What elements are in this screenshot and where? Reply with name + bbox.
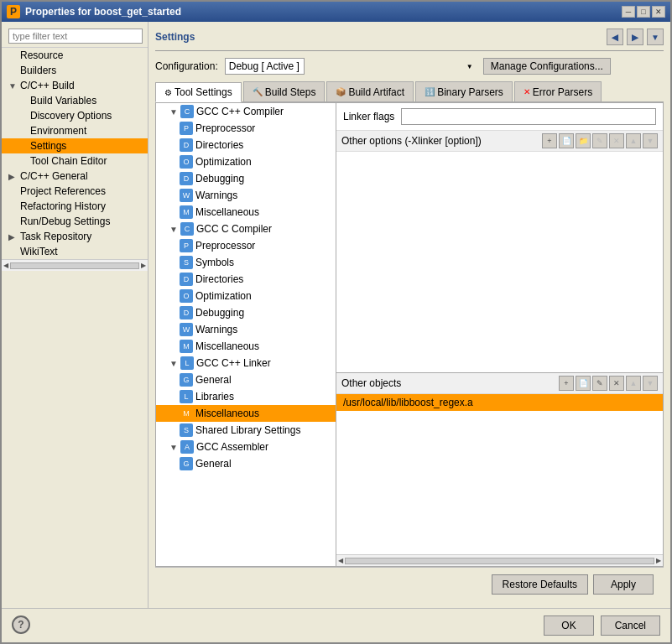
arrow-gcc-c: ▼ xyxy=(169,225,178,234)
sidebar-scrollbar[interactable]: ◀ ▶ xyxy=(2,259,148,271)
tool-item-debugging-cpp[interactable]: D Debugging xyxy=(156,170,336,187)
warnings-c-icon: W xyxy=(180,323,193,336)
linker-flags-row: Linker flags xyxy=(336,103,663,131)
objects-add-button[interactable]: + xyxy=(559,376,574,391)
objects-hscrollbar[interactable]: ◀ ▶ xyxy=(336,554,663,566)
tool-item-gcc-c-compiler[interactable]: ▼ C GCC C Compiler xyxy=(156,221,336,237)
general-assembler-icon: G xyxy=(180,457,193,470)
options-add-button[interactable]: + xyxy=(542,133,557,148)
hscroll-right-arrow[interactable]: ▶ xyxy=(656,557,661,564)
sidebar-item-run-debug[interactable]: Run/Debug Settings xyxy=(2,214,148,229)
tool-item-gcc-cpp-compiler[interactable]: ▼ C GCC C++ Compiler xyxy=(156,103,336,120)
forward-button[interactable]: ▶ xyxy=(627,29,643,45)
title-bar-controls: ─ □ ✕ xyxy=(622,6,665,18)
objects-down-button[interactable]: ▼ xyxy=(643,376,658,391)
menu-button[interactable]: ▼ xyxy=(647,29,664,45)
tab-build-artifact[interactable]: 📦 Build Artifact xyxy=(326,81,414,101)
tool-label-gcc-cpp: GCC C++ Compiler xyxy=(196,106,284,117)
sidebar-item-environment[interactable]: Environment xyxy=(2,123,148,138)
tool-item-general-linker[interactable]: G General xyxy=(156,371,336,388)
objects-delete-button[interactable]: ✕ xyxy=(609,376,624,391)
tool-item-miscellaneous-cpp[interactable]: M Miscellaneous xyxy=(156,204,336,221)
sidebar-item-tool-chain-editor[interactable]: Tool Chain Editor xyxy=(2,153,148,169)
sidebar-item-ccpp-general[interactable]: ▶C/C++ General xyxy=(2,169,148,184)
tool-label-directories-c: Directories xyxy=(195,273,243,285)
cancel-button[interactable]: Cancel xyxy=(601,615,660,636)
sidebar-item-task-repo[interactable]: ▶Task Repository xyxy=(2,229,148,244)
options-up-button[interactable]: ▲ xyxy=(626,133,641,148)
object-item-libboost[interactable]: /usr/local/lib/libboost_regex.a xyxy=(336,394,663,411)
manage-configurations-button[interactable]: Manage Configurations... xyxy=(483,58,611,75)
other-objects-header: Other objects + 📄 ✎ ✕ ▲ ▼ xyxy=(336,373,663,394)
sidebar-item-settings[interactable]: Settings xyxy=(2,138,148,153)
tool-item-debugging-c[interactable]: D Debugging xyxy=(156,304,336,321)
tool-item-preprocessor-c[interactable]: P Preprocessor xyxy=(156,237,336,254)
back-button[interactable]: ◀ xyxy=(607,29,623,45)
tool-item-gcc-cpp-linker[interactable]: ▼ L GCC C++ Linker xyxy=(156,355,336,371)
tool-item-warnings-c[interactable]: W Warnings xyxy=(156,321,336,338)
objects-edit-button[interactable]: ✎ xyxy=(592,376,607,391)
tool-item-gcc-assembler[interactable]: ▼ A GCC Assembler xyxy=(156,439,336,455)
tool-item-general-assembler[interactable]: G General xyxy=(156,455,336,472)
tool-item-shared-library-settings[interactable]: S Shared Library Settings xyxy=(156,422,336,439)
sidebar-item-refactoring-history[interactable]: Refactoring History xyxy=(2,199,148,214)
tool-label-preprocessor-c: Preprocessor xyxy=(195,240,255,252)
sidebar-item-builders[interactable]: Builders xyxy=(2,63,148,78)
sidebar-scroll-track[interactable] xyxy=(10,262,139,269)
options-add-file-button[interactable]: 📄 xyxy=(559,133,574,148)
options-add-folder-button[interactable]: 📁 xyxy=(576,133,591,148)
debugging-c-icon: D xyxy=(180,306,193,319)
tool-item-preprocessor-cpp[interactable]: P Preprocessor xyxy=(156,120,336,137)
other-objects-content: /usr/local/lib/libboost_regex.a xyxy=(336,394,663,554)
tool-item-optimization-cpp[interactable]: O Optimization xyxy=(156,153,336,170)
sidebar-item-resource[interactable]: Resource xyxy=(2,48,148,63)
tool-item-warnings-cpp[interactable]: W Warnings xyxy=(156,187,336,204)
ok-button[interactable]: OK xyxy=(544,615,593,636)
options-delete-button[interactable]: ✕ xyxy=(609,133,624,148)
config-select[interactable]: Debug [ Active ] xyxy=(225,58,305,75)
arrow-task-repo: ▶ xyxy=(8,232,17,242)
sidebar-scroll-left[interactable]: ◀ xyxy=(3,262,8,269)
tool-label-gcc-c: GCC C Compiler xyxy=(196,223,272,235)
tab-build-steps[interactable]: 🔨 Build Steps xyxy=(243,81,326,101)
objects-add-file-button[interactable]: 📄 xyxy=(576,376,591,391)
linker-flags-input[interactable] xyxy=(401,108,656,125)
hscroll-track[interactable] xyxy=(345,558,654,564)
restore-defaults-button[interactable]: Restore Defaults xyxy=(492,574,588,595)
sidebar-item-wikitext[interactable]: WikiText xyxy=(2,244,148,259)
tab-binary-parsers[interactable]: 🔢 Binary Parsers xyxy=(415,81,513,101)
sidebar-item-ccpp-build[interactable]: ▼C/C++ Build xyxy=(2,78,148,93)
tool-item-miscellaneous-c[interactable]: M Miscellaneous xyxy=(156,338,336,355)
sidebar-label-tce: Tool Chain Editor xyxy=(30,155,107,167)
tool-item-optimization-c[interactable]: O Optimization xyxy=(156,288,336,304)
tool-item-directories-cpp[interactable]: D Directories xyxy=(156,137,336,153)
options-down-button[interactable]: ▼ xyxy=(643,133,658,148)
tool-item-directories-c[interactable]: D Directories xyxy=(156,271,336,288)
options-edit-button[interactable]: ✎ xyxy=(592,133,607,148)
tool-label-symbols-c: Symbols xyxy=(195,257,234,268)
tab-error-parsers[interactable]: ✕ Error Parsers xyxy=(514,81,602,101)
apply-button[interactable]: Apply xyxy=(593,574,654,595)
tool-item-libraries-linker[interactable]: L Libraries xyxy=(156,388,336,405)
window-title: Properties for boost_get_started xyxy=(25,6,181,18)
tool-label-misc-cpp: Miscellaneous xyxy=(195,206,259,218)
other-options-header: Other options (-Xlinker [option]) + 📄 📁 … xyxy=(336,131,663,152)
assembler-icon: A xyxy=(180,440,194,454)
tool-item-symbols-c[interactable]: S Symbols xyxy=(156,254,336,271)
tool-item-miscellaneous-linker[interactable]: M Miscellaneous xyxy=(156,405,336,422)
sidebar-item-project-references[interactable]: Project References xyxy=(2,184,148,199)
tab-tool-settings[interactable]: ⚙ Tool Settings xyxy=(155,82,242,102)
error-parsers-tab-icon: ✕ xyxy=(524,87,530,96)
help-button[interactable]: ? xyxy=(12,615,30,634)
tab-error-parsers-label: Error Parsers xyxy=(533,86,592,98)
close-button[interactable]: ✕ xyxy=(652,6,665,18)
maximize-button[interactable]: □ xyxy=(637,6,650,18)
objects-up-button[interactable]: ▲ xyxy=(626,376,641,391)
sidebar-scroll-right[interactable]: ▶ xyxy=(141,262,146,269)
sidebar-item-discovery-options[interactable]: Discovery Options xyxy=(2,108,148,123)
sidebar-item-build-variables[interactable]: Build Variables xyxy=(2,93,148,108)
hscroll-left-arrow[interactable]: ◀ xyxy=(338,557,343,564)
sidebar-label-ccpp-gen: C/C++ General xyxy=(20,170,88,182)
filter-input[interactable] xyxy=(8,29,143,44)
minimize-button[interactable]: ─ xyxy=(622,6,635,18)
